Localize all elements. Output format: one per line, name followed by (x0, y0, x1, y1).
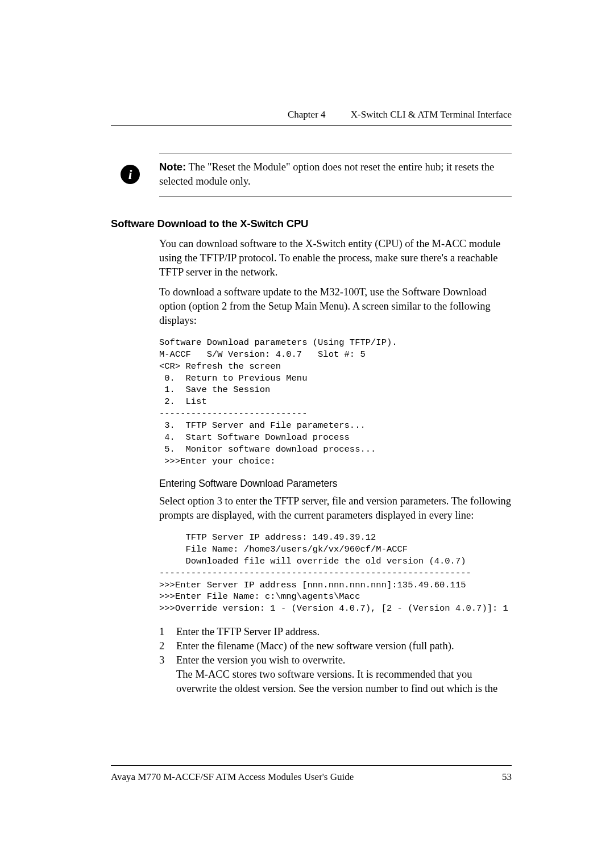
list-text: The M-ACC stores two software versions. … (176, 667, 512, 696)
chapter-label: Chapter 4 (288, 109, 326, 120)
body-paragraph: To download a software update to the M32… (159, 285, 512, 328)
chapter-title: X-Switch CLI & ATM Terminal Interface (351, 109, 512, 120)
list-item: 2 Enter the filename (Macc) of the new s… (159, 639, 512, 653)
list-item: 1 Enter the TFTP Server IP address. (159, 625, 512, 639)
list-number: 1 (159, 625, 176, 639)
sub-heading: Entering Software Download Parameters (159, 478, 512, 490)
note-text: The "Reset the Module" option does not r… (159, 161, 494, 187)
list-text: Enter the TFTP Server IP address. (176, 625, 512, 639)
list-item: The M-ACC stores two software versions. … (159, 667, 512, 696)
footer-left: Avaya M770 M-ACCF/SF ATM Access Modules … (111, 771, 354, 783)
body-paragraph: You can download software to the X-Switc… (159, 237, 512, 279)
list-item: 3 Enter the version you wish to overwrit… (159, 653, 512, 667)
note-block: i Note: The "Reset the Module" option do… (159, 153, 512, 197)
code-block: Software Download parameters (Using TFTP… (159, 337, 512, 468)
footer-line: Avaya M770 M-ACCF/SF ATM Access Modules … (111, 771, 512, 783)
body-paragraph: Select option 3 to enter the TFTP server… (159, 494, 512, 523)
ordered-list: 1 Enter the TFTP Server IP address. 2 En… (159, 625, 512, 696)
code-block: TFTP Server IP address: 149.49.39.12 Fil… (159, 532, 512, 615)
page-footer: Avaya M770 M-ACCF/SF ATM Access Modules … (111, 765, 512, 783)
note-content: Note: The "Reset the Module" option does… (159, 160, 512, 189)
list-number (159, 667, 176, 696)
list-text: Enter the filename (Macc) of the new sof… (176, 639, 512, 653)
list-text: Enter the version you wish to overwrite. (176, 653, 512, 667)
note-label: Note: (159, 161, 186, 173)
header-divider (111, 125, 512, 126)
page-header: Chapter 4 X-Switch CLI & ATM Terminal In… (111, 109, 512, 126)
section-heading: Software Download to the X-Switch CPU (111, 218, 512, 230)
list-number: 2 (159, 639, 176, 653)
info-icon: i (121, 165, 140, 184)
footer-divider (111, 765, 512, 766)
list-number: 3 (159, 653, 176, 667)
page-number: 53 (502, 771, 512, 783)
